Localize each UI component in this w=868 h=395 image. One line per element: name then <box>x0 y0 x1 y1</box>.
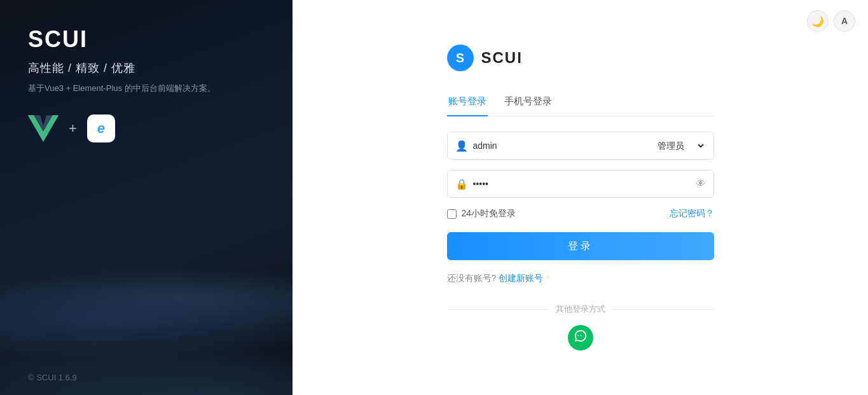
login-button[interactable]: 登录 <box>447 232 714 260</box>
left-branding: SCUI 高性能 / 精致 / 优雅 基于Vue3 + Element-Plus… <box>28 25 265 142</box>
theme-toggle-button[interactable]: 🌙 <box>807 10 829 32</box>
login-tabs: 账号登录 手机号登录 <box>447 90 714 116</box>
tab-account-login[interactable]: 账号登录 <box>447 90 488 116</box>
vue-icon <box>28 115 59 142</box>
social-login-icons <box>568 325 593 350</box>
role-select[interactable]: 管理员 普通用户 <box>655 140 706 151</box>
divider-right <box>613 309 714 310</box>
other-login-text: 其他登录方式 <box>556 303 605 315</box>
right-panel: 🌙 A S SCUI 账号登录 手机号登录 👤 管理员 普通用户 <box>293 0 868 395</box>
left-title: SCUI <box>28 25 265 53</box>
wechat-login-button[interactable] <box>568 325 593 350</box>
divider-left <box>447 309 548 310</box>
wechat-svg-icon <box>574 329 588 343</box>
tab-phone-login[interactable]: 手机号登录 <box>503 90 553 116</box>
role-selector-wrapper: 管理员 普通用户 <box>655 140 706 151</box>
form-options: 24小时免登录 忘记密码？ <box>447 208 714 219</box>
password-toggle-icon[interactable]: 👁 <box>696 178 706 190</box>
plus-icon: + <box>69 120 77 137</box>
remember-me-checkbox[interactable] <box>447 209 457 219</box>
other-login-section: 其他登录方式 <box>447 303 714 350</box>
username-input[interactable] <box>473 141 655 151</box>
lock-icon: 🔒 <box>455 178 468 190</box>
password-form-group: 🔒 👁 <box>447 170 714 198</box>
user-icon: 👤 <box>455 140 468 152</box>
left-subtitle: 高性能 / 精致 / 优雅 <box>28 60 265 76</box>
left-description: 基于Vue3 + Element-Plus 的中后台前端解决方案。 <box>28 82 265 95</box>
lang-icon: A <box>841 16 848 26</box>
username-input-wrapper: 👤 管理员 普通用户 <box>447 132 714 160</box>
left-tech-icons: + e <box>28 114 265 142</box>
brand-name-text: SCUI <box>481 49 523 67</box>
username-form-group: 👤 管理员 普通用户 <box>447 132 714 160</box>
forgot-password-link[interactable]: 忘记密码？ <box>670 208 714 219</box>
register-link[interactable]: 创建新账号 <box>499 273 543 283</box>
element-plus-icon: e <box>87 114 115 142</box>
wechat-icon <box>574 329 588 347</box>
brand-header: S SCUI <box>447 45 523 71</box>
register-text: 还没有账号? <box>447 273 497 283</box>
brand-logo-letter: S <box>456 51 464 66</box>
register-line: 还没有账号? 创建新账号 <box>447 273 544 284</box>
login-container: S SCUI 账号登录 手机号登录 👤 管理员 普通用户 <box>447 45 714 350</box>
moon-icon: 🌙 <box>811 15 824 27</box>
brand-logo: S <box>447 45 474 71</box>
password-input[interactable] <box>473 179 696 189</box>
top-right-actions: 🌙 A <box>807 10 855 32</box>
remember-me-label[interactable]: 24小时免登录 <box>447 208 516 219</box>
left-panel: SCUI 高性能 / 精致 / 优雅 基于Vue3 + Element-Plus… <box>0 0 293 395</box>
remember-me-text: 24小时免登录 <box>462 208 516 219</box>
password-input-wrapper: 🔒 👁 <box>447 170 714 198</box>
language-toggle-button[interactable]: A <box>834 10 855 32</box>
other-login-divider: 其他登录方式 <box>447 303 714 315</box>
left-footer: © SCUI 1.6.9 <box>28 373 77 382</box>
